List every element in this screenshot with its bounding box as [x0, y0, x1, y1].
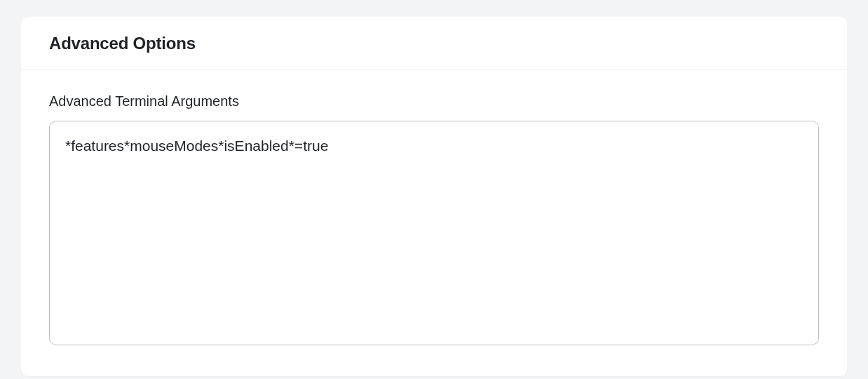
panel-title: Advanced Options — [49, 34, 819, 53]
terminal-arguments-textarea[interactable] — [49, 121, 819, 345]
panel-header: Advanced Options — [21, 17, 847, 69]
advanced-options-panel: Advanced Options Advanced Terminal Argum… — [21, 17, 847, 376]
terminal-arguments-label: Advanced Terminal Arguments — [49, 93, 819, 109]
panel-body: Advanced Terminal Arguments — [21, 69, 847, 376]
